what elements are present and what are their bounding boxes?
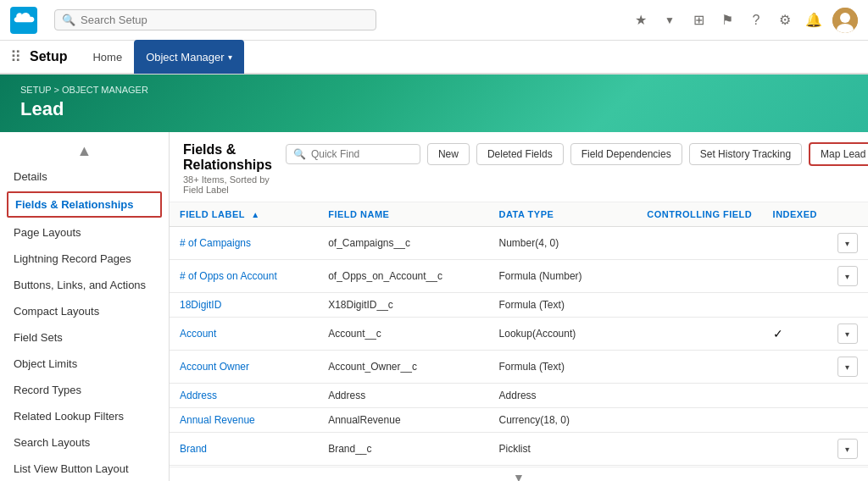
field-label-cell[interactable]: Account	[170, 318, 318, 351]
table-row: Annual RevenueAnnualRevenueCurrency(18, …	[170, 408, 868, 433]
data-type-cell: Address	[489, 384, 637, 408]
sidebar-item-search-layouts[interactable]: Search Layouts	[0, 429, 169, 456]
indexed-cell	[763, 260, 827, 293]
data-type-cell: Picklist	[489, 433, 637, 466]
fields-table: FIELD LABEL ▲ FIELD NAME DATA TYPE CONTR…	[170, 202, 868, 467]
new-button[interactable]: New	[427, 143, 470, 165]
field-dependencies-button[interactable]: Field Dependencies	[570, 143, 682, 165]
sidebar-item-object-limits[interactable]: Object Limits	[0, 351, 169, 377]
sidebar-item-fields-relationships[interactable]: Fields & Relationships	[7, 191, 162, 218]
action-cell: ▾	[827, 351, 868, 384]
plus-icon[interactable]: ⊞	[688, 10, 709, 30]
field-name-cell: Brand__c	[318, 433, 488, 466]
col-header-data-type: DATA TYPE	[489, 202, 637, 227]
fields-title-block: Fields & Relationships 38+ Items, Sorted…	[183, 142, 272, 195]
field-name-cell: of_Opps_on_Account__c	[318, 260, 488, 293]
controlling-field-cell	[637, 408, 762, 433]
row-dropdown-button[interactable]: ▾	[837, 357, 858, 377]
field-label-cell[interactable]: 18DigitID	[170, 293, 318, 318]
controlling-field-cell	[637, 351, 762, 384]
data-type-cell: Formula (Number)	[489, 260, 637, 293]
data-type-cell: Currency(18, 0)	[489, 408, 637, 433]
sidebar-item-compact-layouts[interactable]: Compact Layouts	[0, 298, 169, 324]
table-row: 18DigitIDX18DigitID__cFormula (Text)	[170, 293, 868, 318]
breadcrumb: SETUP > OBJECT MANAGER	[20, 85, 848, 95]
fields-actions: 🔍 New Deleted Fields Field Dependencies …	[286, 142, 868, 166]
page-title: Lead	[20, 98, 848, 120]
field-label-cell[interactable]: Brand	[170, 433, 318, 466]
sidebar-item-related-lookup-filters[interactable]: Related Lookup Filters	[0, 403, 169, 429]
field-label-cell[interactable]: # of Campaigns	[170, 227, 318, 260]
col-header-controlling-field: CONTROLLING FIELD	[637, 202, 762, 227]
table-row: # of Campaignsof_Campaigns__cNumber(4, 0…	[170, 227, 868, 260]
action-cell: ▾	[827, 227, 868, 260]
main-layout: ▲ Details Fields & Relationships Page La…	[0, 132, 868, 481]
app-grid-icon[interactable]: ⠿	[10, 47, 21, 66]
action-cell: ▾	[827, 318, 868, 351]
nav-object-manager[interactable]: Object Manager ▾	[134, 40, 244, 74]
action-cell: ▾	[827, 260, 868, 293]
search-icon: 🔍	[62, 14, 75, 26]
field-label-cell[interactable]: # of Opps on Account	[170, 260, 318, 293]
indexed-cell	[763, 293, 827, 318]
controlling-field-cell	[637, 227, 762, 260]
row-dropdown-button[interactable]: ▾	[837, 323, 858, 344]
sidebar-item-buttons-links-actions[interactable]: Buttons, Links, and Actions	[0, 272, 169, 298]
search-input[interactable]	[81, 14, 369, 26]
row-dropdown-button[interactable]: ▾	[837, 233, 858, 253]
help-icon[interactable]: ?	[746, 10, 766, 30]
row-dropdown-button[interactable]: ▾	[837, 439, 858, 459]
action-cell	[827, 293, 868, 318]
indexed-cell: ✓	[763, 318, 827, 351]
field-name-cell: Account_Owner__c	[318, 351, 488, 384]
indexed-cell	[763, 384, 827, 408]
deleted-fields-button[interactable]: Deleted Fields	[476, 143, 564, 165]
content-area: Fields & Relationships 38+ Items, Sorted…	[170, 132, 868, 481]
field-label-cell[interactable]: Account Owner	[170, 351, 318, 384]
bell-icon[interactable]: 🔔	[804, 10, 824, 30]
col-header-action	[827, 202, 868, 227]
sidebar-item-page-layouts[interactable]: Page Layouts	[0, 219, 169, 246]
sort-icon[interactable]: ▲	[251, 210, 259, 219]
fields-search-box[interactable]: 🔍	[286, 144, 420, 164]
nav-home[interactable]: Home	[81, 40, 134, 74]
set-history-tracking-button[interactable]: Set History Tracking	[689, 143, 802, 165]
indexed-cell	[763, 408, 827, 433]
nav-icons: ★ ▼ ⊞ ⚑ ? ⚙ 🔔	[631, 8, 858, 33]
breadcrumb-object-manager[interactable]: OBJECT MANAGER	[62, 85, 148, 95]
gear-icon[interactable]: ⚙	[775, 10, 795, 30]
field-name-cell: X18DigitID__c	[318, 293, 488, 318]
map-lead-fields-button[interactable]: Map Lead Fields	[809, 142, 868, 166]
quick-find-input[interactable]	[311, 148, 413, 160]
breadcrumb-setup[interactable]: SETUP	[20, 85, 51, 95]
fields-title: Fields & Relationships	[183, 142, 272, 173]
app-nav: ⠿ Setup Home Object Manager ▾	[0, 41, 868, 75]
field-name-cell: of_Campaigns__c	[318, 227, 488, 260]
sidebar-item-record-types[interactable]: Record Types	[0, 377, 169, 403]
field-label-cell[interactable]: Annual Revenue	[170, 408, 318, 433]
star-icon[interactable]: ★	[631, 10, 651, 30]
field-label-cell[interactable]: Address	[170, 384, 318, 408]
sidebar: ▲ Details Fields & Relationships Page La…	[0, 132, 170, 481]
bookmark-icon[interactable]: ▼	[659, 10, 680, 30]
table-scroll-down[interactable]: ▼	[170, 467, 868, 481]
table-row: Account OwnerAccount_Owner__cFormula (Te…	[170, 351, 868, 384]
data-type-cell: Lookup(Account)	[489, 318, 637, 351]
scroll-up-indicator[interactable]: ▲	[0, 139, 169, 163]
sidebar-item-list-view-button-layout[interactable]: List View Button Layout	[0, 456, 169, 481]
flag-icon[interactable]: ⚑	[717, 10, 737, 30]
data-type-cell: Formula (Text)	[489, 293, 637, 318]
sidebar-item-field-sets[interactable]: Field Sets	[0, 324, 169, 351]
action-cell: ▾	[827, 433, 868, 466]
indexed-cell	[763, 433, 827, 466]
top-search-box[interactable]: 🔍	[54, 9, 376, 30]
sidebar-item-lightning-record-pages[interactable]: Lightning Record Pages	[0, 246, 169, 272]
indexed-cell	[763, 351, 827, 384]
sidebar-item-details[interactable]: Details	[0, 163, 169, 190]
controlling-field-cell	[637, 433, 762, 466]
avatar[interactable]	[832, 8, 858, 33]
table-row: # of Opps on Accountof_Opps_on_Account__…	[170, 260, 868, 293]
field-name-cell: Address	[318, 384, 488, 408]
table-row: AccountAccount__cLookup(Account)✓▾	[170, 318, 868, 351]
row-dropdown-button[interactable]: ▾	[837, 266, 858, 286]
